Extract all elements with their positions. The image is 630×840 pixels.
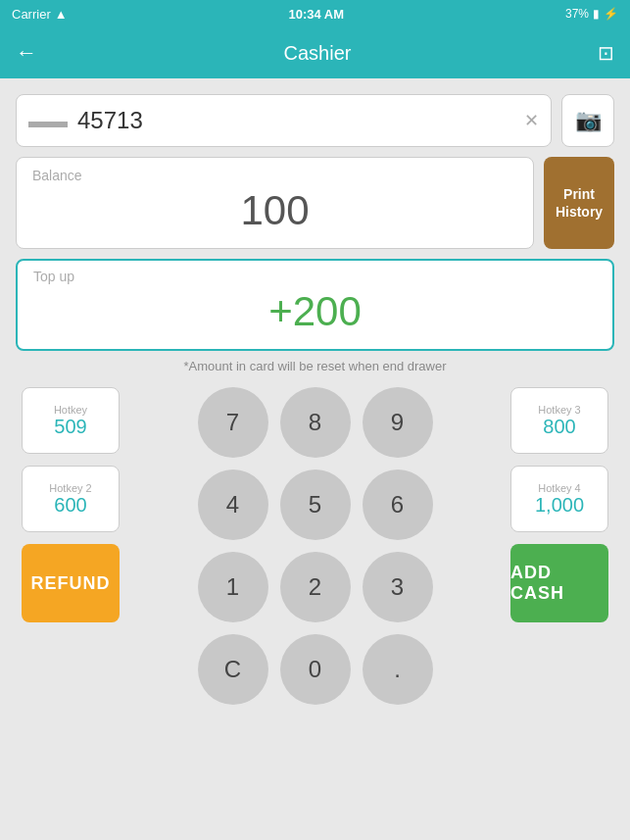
scan-icon: ⊡ xyxy=(598,42,614,64)
hotkey-4-label: Hotkey 4 xyxy=(521,482,598,494)
numpad-key-3[interactable]: 3 xyxy=(363,552,433,622)
numpad-key-8[interactable]: 8 xyxy=(280,387,351,458)
numpad-key-5[interactable]: 5 xyxy=(280,469,351,540)
numpad-key-4[interactable]: 4 xyxy=(198,469,268,540)
numpad-key-1[interactable]: 1 xyxy=(198,552,268,622)
hotkeys-right: Hotkey 3 800 Hotkey 4 1,000 ADD CASH xyxy=(510,387,608,705)
hotkey-2[interactable]: Hotkey 2 600 xyxy=(22,466,120,532)
status-time: 10:34 AM xyxy=(288,7,344,22)
hotkey-1-value: 509 xyxy=(32,416,109,438)
charging-icon: ⚡ xyxy=(604,7,618,21)
numpad-row: 456 xyxy=(129,469,501,540)
hotkey-3-value: 800 xyxy=(521,416,598,438)
back-button[interactable]: ← xyxy=(16,40,37,66)
numpad-key-6[interactable]: 6 xyxy=(363,469,433,540)
hotkeys-left: Hotkey 509 Hotkey 2 600 REFUND xyxy=(22,387,120,705)
balance-box: Balance 100 xyxy=(16,157,534,249)
keypad-section: Hotkey 509 Hotkey 2 600 REFUND 789456123… xyxy=(16,387,614,705)
card-number-display: 45713 xyxy=(77,107,514,134)
refund-button[interactable]: REFUND xyxy=(22,544,120,622)
status-battery: 37% ▮ ⚡ xyxy=(565,7,618,21)
add-cash-button[interactable]: ADD CASH xyxy=(510,544,608,622)
numpad-key-7[interactable]: 7 xyxy=(198,387,268,458)
camera-icon: 📷 xyxy=(575,108,602,133)
topup-box: Top up +200 xyxy=(16,259,614,351)
card-icon: ▬▬ xyxy=(28,110,68,132)
hotkey-4-value: 1,000 xyxy=(521,494,598,517)
numpad-key-.[interactable]: . xyxy=(363,634,433,705)
status-carrier: Carrier ▲ xyxy=(12,7,68,22)
header: ← Cashier ⊡ xyxy=(0,27,630,78)
hotkey-1-label: Hotkey xyxy=(32,404,109,416)
numpad-row: C0. xyxy=(129,634,501,705)
disclaimer-text: *Amount in card will be reset when end d… xyxy=(16,359,614,373)
scan-button[interactable]: ⊡ xyxy=(598,41,614,65)
card-input-container[interactable]: ▬▬ 45713 ✕ xyxy=(16,94,552,147)
hotkey-2-value: 600 xyxy=(32,494,109,517)
main-content: ▬▬ 45713 ✕ 📷 Balance 100 PrintHistory To… xyxy=(0,78,630,720)
wifi-icon: ▲ xyxy=(55,7,68,22)
print-history-button[interactable]: PrintHistory xyxy=(544,157,614,249)
topup-value: +200 xyxy=(33,288,597,335)
camera-button[interactable]: 📷 xyxy=(561,94,614,147)
hotkey-1[interactable]: Hotkey 509 xyxy=(22,387,120,454)
balance-print-row: Balance 100 PrintHistory xyxy=(16,157,614,249)
page-title: Cashier xyxy=(284,42,352,65)
hotkey-3[interactable]: Hotkey 3 800 xyxy=(510,387,608,454)
balance-label: Balance xyxy=(32,168,517,183)
numpad-key-9[interactable]: 9 xyxy=(363,387,433,458)
status-bar: Carrier ▲ 10:34 AM 37% ▮ ⚡ xyxy=(0,0,630,27)
balance-value: 100 xyxy=(32,187,517,234)
numpad-key-2[interactable]: 2 xyxy=(280,552,351,622)
battery-icon: ▮ xyxy=(593,7,600,21)
numpad-key-0[interactable]: 0 xyxy=(280,634,351,705)
numpad: 789456123C0. xyxy=(129,387,501,705)
numpad-row: 123 xyxy=(129,552,501,622)
card-input-row: ▬▬ 45713 ✕ 📷 xyxy=(16,94,614,147)
topup-label: Top up xyxy=(33,269,597,284)
clear-icon[interactable]: ✕ xyxy=(524,110,539,131)
hotkey-4[interactable]: Hotkey 4 1,000 xyxy=(510,466,608,532)
numpad-key-C[interactable]: C xyxy=(198,634,268,705)
hotkey-2-label: Hotkey 2 xyxy=(32,482,109,494)
hotkey-3-label: Hotkey 3 xyxy=(521,404,598,416)
numpad-row: 789 xyxy=(129,387,501,458)
